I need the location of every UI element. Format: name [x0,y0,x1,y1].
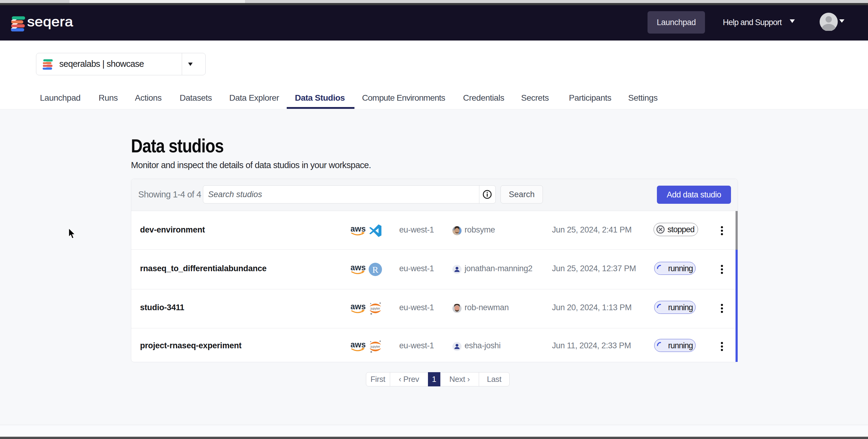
svg-text:aws: aws [351,264,365,272]
svg-text:aws: aws [351,341,365,349]
svg-text:jupyter: jupyter [370,345,380,348]
svg-text:aws: aws [351,303,365,311]
svg-text:R: R [372,264,378,275]
svg-text:jupyter: jupyter [370,307,380,310]
svg-text:aws: aws [351,225,365,233]
